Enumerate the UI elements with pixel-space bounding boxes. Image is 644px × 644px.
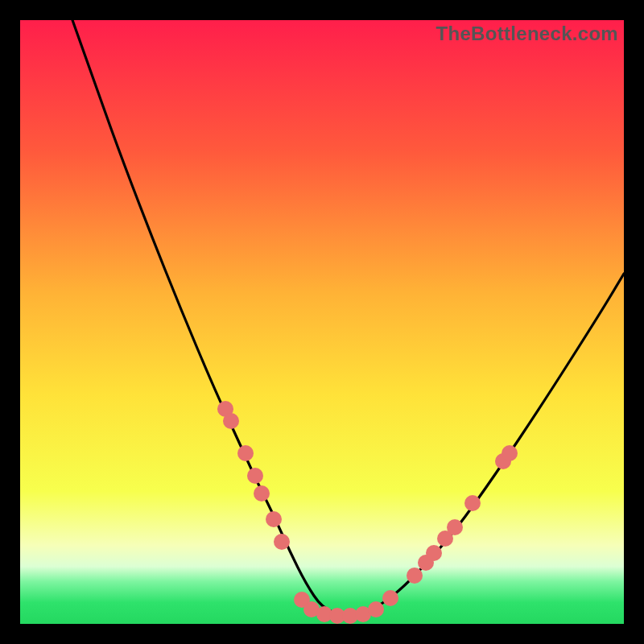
chart-frame: TheBottleneck.com xyxy=(0,0,644,644)
watermark-text: TheBottleneck.com xyxy=(436,23,618,45)
curve-layer xyxy=(20,20,624,624)
highlight-dot xyxy=(237,445,254,461)
highlight-dot xyxy=(464,495,481,511)
highlight-dot xyxy=(274,534,290,550)
highlight-dot xyxy=(254,485,270,502)
highlight-dot xyxy=(407,568,423,584)
highlight-dot xyxy=(447,519,463,535)
highlight-dot xyxy=(266,511,282,527)
bottleneck-curve xyxy=(72,20,624,615)
plot-area xyxy=(20,20,624,624)
highlight-dot xyxy=(223,413,239,429)
highlight-dot xyxy=(368,601,384,617)
highlight-dot xyxy=(382,590,398,606)
highlight-dot xyxy=(426,545,442,561)
highlight-dots xyxy=(217,401,518,624)
highlight-dot xyxy=(247,468,263,484)
highlight-dot xyxy=(502,445,518,461)
